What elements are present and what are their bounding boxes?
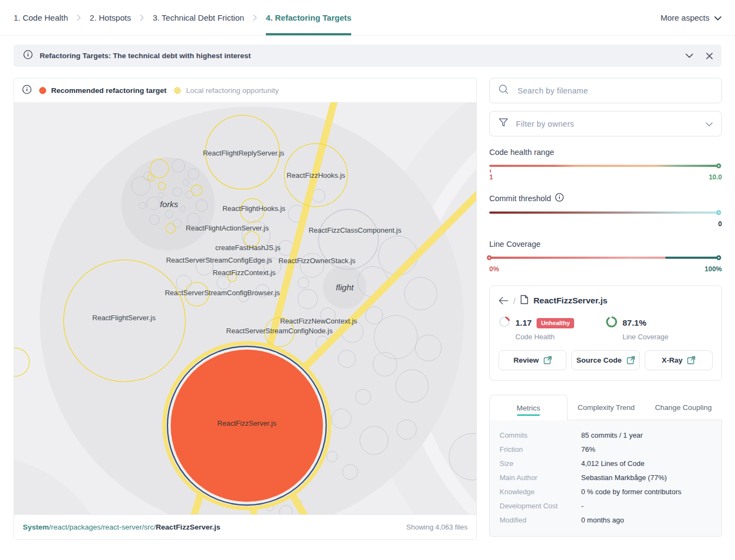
metric-value: - <box>581 502 583 510</box>
bubble-chart-canvas[interactable]: ReactFlightReplyServer.jsReactFizzHooks.… <box>14 102 476 514</box>
metric-label: Knowledge <box>500 488 581 496</box>
legend-local-label: Local refactoring opportunity <box>186 86 278 95</box>
unhealthy-badge: Unhealthy <box>537 318 574 328</box>
metric-value: Sebastian Markbåge (77%) <box>581 474 667 482</box>
code-health-value: 1.17 <box>515 318 532 328</box>
path-directories[interactable]: /react/packages/react-server/src/ <box>49 523 156 531</box>
metric-label: Friction <box>500 446 581 453</box>
more-aspects-button[interactable]: More aspects <box>661 13 721 22</box>
search-input[interactable] <box>516 86 713 96</box>
chevron-down-icon <box>706 119 713 129</box>
line-coverage-min-handle[interactable] <box>487 256 492 260</box>
owner-filter-select[interactable]: Filter by owners <box>489 111 722 136</box>
line-coverage-max-handle[interactable] <box>717 256 721 260</box>
legend-recommended-target: Recommended refactoring target <box>39 86 166 95</box>
review-button[interactable]: Review <box>499 350 566 370</box>
commit-threshold-label: Commit threshold <box>489 194 551 203</box>
xray-button[interactable]: X-Ray <box>645 350 713 370</box>
line-coverage-filter: Line Coverage 0% 100% <box>489 240 722 273</box>
commit-threshold-slider-track[interactable] <box>489 211 719 214</box>
info-banner: Refactoring Targets: The technical debt … <box>14 45 721 67</box>
line-coverage-slider-track[interactable] <box>489 257 719 259</box>
refactoring-map-card: Recommended refactoring target Local ref… <box>14 78 477 540</box>
metric-row-development-cost: Development Cost- <box>500 499 712 513</box>
legend-info-icon[interactable] <box>22 85 32 96</box>
breadcrumb-item-3[interactable]: 3. Technical Debt Friction <box>153 0 244 35</box>
tab-complexity-trend-label: Complexity Trend <box>577 403 634 412</box>
search-box <box>489 78 722 103</box>
metric-value: 0 months ago <box>581 517 624 524</box>
code-health-caption: Code Health <box>515 333 606 341</box>
code-health-max-value: 10.0 <box>709 173 722 182</box>
source-code-button[interactable]: Source Code <box>571 350 639 370</box>
code-health-slider-track[interactable] <box>489 165 719 167</box>
metric-row-friction: Friction76% <box>500 443 712 457</box>
file-label: ReactFizzNewContext.js <box>280 317 357 325</box>
review-button-label: Review <box>513 356 539 364</box>
line-coverage-caption: Line Coverage <box>622 333 713 341</box>
line-coverage-max-value: 100% <box>705 265 722 273</box>
chart-legend: Recommended refactoring target Local ref… <box>14 78 476 102</box>
banner-title: Refactoring Targets: The technical debt … <box>40 52 251 60</box>
recommended-target-dot-icon <box>39 87 46 94</box>
metric-value: 4,012 Lines of Code <box>581 460 644 468</box>
line-coverage-value: 87.1% <box>622 318 646 328</box>
metric-value: 76% <box>581 446 595 453</box>
file-label: ReactFlightActionServer.js <box>186 224 269 232</box>
chevron-right-icon <box>77 14 81 21</box>
file-label: ReactServerStreamConfigBrowser.js <box>165 289 280 297</box>
metric-label: Size <box>500 460 581 468</box>
back-arrow-icon[interactable] <box>499 297 508 304</box>
metric-row-knowledge: Knowledge0 % code by former contributors <box>500 485 712 499</box>
metric-row-modified: Modified0 months ago <box>500 513 712 527</box>
commit-threshold-info-icon[interactable] <box>555 193 564 203</box>
code-health-range-filter: Code health range 1 10.0 <box>489 148 722 182</box>
tab-metrics[interactable]: Metrics <box>489 395 568 420</box>
metric-value: 0 % code by former contributors <box>581 488 681 496</box>
close-banner-icon[interactable] <box>706 53 713 59</box>
refactoring-bubble-chart-svg: ReactFlightReplyServer.jsReactFizzHooks.… <box>14 102 476 514</box>
commit-threshold-slider-handle[interactable] <box>717 210 721 215</box>
legend-target-label: Recommended refactoring target <box>51 86 166 95</box>
line-coverage-label: Line Coverage <box>489 240 722 248</box>
legend-local-opportunity: Local refactoring opportunity <box>174 86 278 95</box>
file-label: ReactFizzContext.js <box>213 269 276 277</box>
metric-label: Main Author <box>500 474 581 482</box>
metric-row-main-author: Main AuthorSebastian Markbåge (77%) <box>500 471 712 485</box>
file-label: ReactServerStreamConfigEdge.js <box>166 256 272 264</box>
breadcrumb: 1. Code Health2. Hotspots3. Technical De… <box>14 0 351 35</box>
metric-value: 85 commits / 1 year <box>581 432 643 439</box>
tab-change-coupling-label: Change Coupling <box>655 403 712 412</box>
commit-threshold-value: 0 <box>718 220 722 228</box>
file-label: createFastHashJS.js <box>215 244 281 252</box>
owner-filter-label: Filter by owners <box>516 120 698 128</box>
metrics-panel: Commits85 commits / 1 yearFriction76%Siz… <box>489 420 722 537</box>
breadcrumb-item-1[interactable]: 1. Code Health <box>14 0 68 35</box>
files-count: Showing 4,063 files <box>406 523 468 531</box>
commit-threshold-filter: Commit threshold 0 <box>489 193 722 228</box>
path-separator: / <box>513 296 515 306</box>
metric-row-size: Size4,012 Lines of Code <box>500 457 712 471</box>
tab-change-coupling[interactable]: Change Coupling <box>645 395 722 420</box>
file-detail-tabs-block: Metrics Complexity Trend Change Coupling… <box>489 395 722 537</box>
selected-file-path: System/react/packages/react-server/src/R… <box>23 523 220 531</box>
more-aspects-label: More aspects <box>661 13 709 22</box>
file-label: ReactFlightReplyServer.js <box>203 149 284 157</box>
file-label: ReactServerStreamConfigNode.js <box>226 327 333 335</box>
file-label: ReactFizzHooks.js <box>286 171 345 179</box>
chevron-right-icon <box>253 14 257 21</box>
code-health-slider-handle[interactable] <box>717 164 721 169</box>
line-coverage-stat: 87.1% Line Coverage <box>606 316 713 341</box>
file-detail-card: / ReactFizzServer.js 1.17 Unhealthy Code… <box>489 285 722 381</box>
info-icon <box>23 50 33 61</box>
path-filename: ReactFizzServer.js <box>156 523 221 531</box>
tab-complexity-trend[interactable]: Complexity Trend <box>568 395 645 420</box>
slider-min-tick <box>490 170 491 172</box>
path-system[interactable]: System <box>23 523 49 531</box>
metric-label: Development Cost <box>500 502 581 510</box>
collapse-banner-icon[interactable] <box>686 53 693 58</box>
breadcrumb-item-4[interactable]: 4. Refactoring Targets <box>266 0 351 35</box>
file-icon <box>520 295 528 307</box>
breadcrumb-item-2[interactable]: 2. Hotspots <box>90 0 131 35</box>
file-label: ReactFizzServer.js <box>217 419 277 427</box>
